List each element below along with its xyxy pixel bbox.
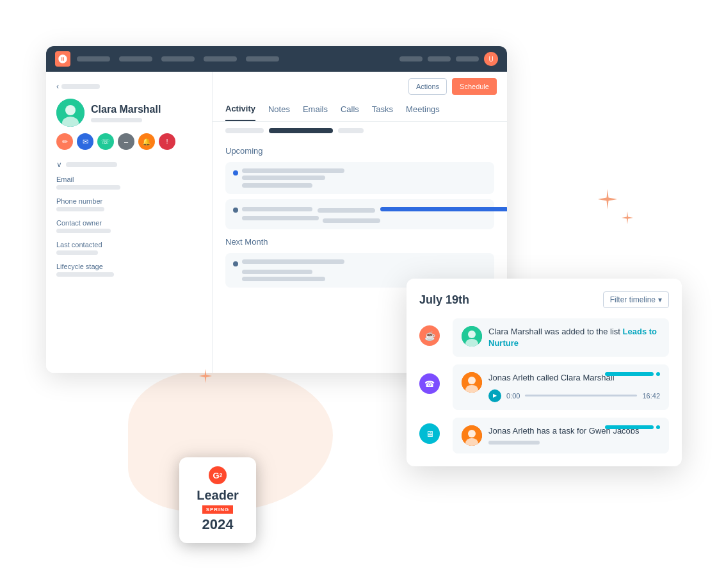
tl-line-1a [242, 168, 344, 173]
filter-pill-1[interactable] [225, 128, 264, 133]
tl-line-2e [323, 218, 380, 223]
notify-icon[interactable]: 🔔 [138, 133, 155, 150]
user-avatar-top[interactable]: U [484, 52, 498, 66]
audio-current-time: 0:00 [506, 392, 520, 400]
filter-pill-3[interactable] [338, 128, 364, 133]
event-list-addition: Clara Marshall was added to the list Lea… [453, 318, 669, 357]
edit-icon[interactable]: ✏ [56, 133, 73, 150]
tl-line-3a [242, 259, 344, 264]
sparkle-large-icon [597, 189, 618, 209]
badge-year-text: 2024 [189, 516, 246, 533]
timeline-date: July 19th [419, 293, 469, 307]
audio-progress-bar[interactable] [525, 395, 637, 396]
breadcrumb-pill [61, 84, 100, 89]
event-row-1: Clara Marshall was added to the list Lea… [462, 326, 660, 349]
crm-sidebar: ‹ C [46, 72, 213, 373]
field-last-contacted-label: Last contacted [56, 241, 202, 249]
more-icon[interactable]: ! [159, 133, 175, 150]
schedule-btn[interactable]: Schedule [452, 78, 497, 95]
call-status-bar-container [605, 372, 660, 376]
tab-calls[interactable]: Calls [341, 104, 359, 120]
filter-pill-2[interactable] [269, 128, 333, 133]
nav-item-companies[interactable] [119, 56, 152, 61]
tab-tasks[interactable]: Tasks [372, 104, 393, 120]
task-status-dot [656, 425, 660, 429]
page-wrapper: U ‹ [0, 0, 717, 588]
nav-item-reports[interactable] [246, 56, 279, 61]
field-lifecycle: Lifecycle stage [56, 263, 202, 277]
contact-avatar [56, 99, 85, 127]
filter-timeline-button[interactable]: Filter timeline ▾ [603, 291, 669, 308]
tab-meetings[interactable]: Meetings [406, 104, 440, 120]
svg-point-1 [65, 105, 76, 115]
tab-activity[interactable]: Activity [225, 104, 255, 121]
event-text-pre-1: Clara Marshall was added to the list [488, 327, 623, 336]
tl-line-3b [242, 270, 312, 274]
event-text-1: Clara Marshall was added to the list Lea… [488, 326, 660, 349]
field-phone: Phone number [56, 197, 202, 211]
contact-info: Clara Marshall [91, 104, 161, 122]
activity-tabs: Activity Notes Emails Calls Tasks Meetin… [213, 95, 507, 122]
crm-topbar: U [46, 46, 507, 72]
svg-point-10 [468, 430, 476, 437]
nav-item-contacts[interactable] [77, 56, 110, 61]
field-phone-label: Phone number [56, 197, 202, 205]
field-lifecycle-value [56, 272, 114, 277]
next-month-label: Next Month [225, 237, 494, 247]
back-button[interactable]: ‹ [56, 82, 202, 91]
tl-line-2c [380, 207, 507, 211]
connector-dot-task: 🖥 [419, 423, 440, 444]
svg-point-7 [468, 377, 476, 384]
hubspot-logo [55, 51, 70, 67]
event-task: Jonas Arleth has a task for Gwen Jacobs [453, 418, 669, 453]
tl-line-3c [242, 277, 325, 281]
event-avatar-jonas-1 [462, 372, 482, 393]
actions-btn[interactable]: Actions [408, 78, 447, 95]
call-status-dot [656, 372, 660, 376]
activity-timeline: Upcoming [213, 140, 507, 299]
task-status-bar [605, 425, 654, 429]
g2-logo: G2 [209, 466, 227, 484]
crm-topbar-right: U [399, 52, 498, 66]
sparkle-small-icon [621, 211, 634, 224]
chat-icon[interactable]: – [118, 133, 134, 150]
tl-line-2b [318, 208, 375, 213]
timeline-dot-3 [233, 261, 238, 266]
timeline-dot-2 [233, 208, 238, 213]
timeline-dot-1 [233, 170, 238, 176]
timeline-item-2 [225, 199, 494, 229]
tl-line-2d [242, 216, 319, 220]
audio-total-time: 16:42 [642, 392, 660, 400]
tl-line-2a [242, 207, 312, 211]
badge-leader-text: Leader [189, 488, 246, 502]
connector-dot-list: ☕ [419, 325, 440, 346]
field-owner-value [56, 229, 111, 233]
field-email-value [56, 185, 120, 190]
crm-nav-items [77, 56, 393, 61]
phone-icon[interactable]: ☏ [97, 133, 114, 150]
play-button[interactable]: ▶ [488, 389, 501, 402]
svg-point-4 [468, 331, 476, 338]
event-avatar-clara [462, 326, 482, 347]
connector-dot-call: ☎ [419, 373, 440, 394]
field-owner-label: Contact owner [56, 219, 202, 227]
contact-action-icons: ✏ ✉ ☏ – 🔔 ! [56, 133, 202, 150]
timeline-card-header: July 19th Filter timeline ▾ [419, 291, 669, 308]
tab-notes[interactable]: Notes [268, 104, 290, 120]
event-avatar-jonas-2 [462, 425, 482, 446]
avatar-image [56, 99, 85, 127]
nav-item-tickets[interactable] [204, 56, 237, 61]
field-owner: Contact owner [56, 219, 202, 233]
nav-item-deals[interactable] [161, 56, 195, 61]
topbar-pill-2 [428, 56, 451, 61]
contact-subline [91, 118, 142, 122]
tl-line-1c [242, 183, 312, 188]
tab-emails[interactable]: Emails [303, 104, 328, 120]
field-email-label: Email [56, 176, 202, 183]
field-last-contacted-value [56, 250, 98, 255]
field-last-contacted: Last contacted [56, 241, 202, 255]
badge-spring-text: SPRING [202, 505, 234, 514]
chevron-down-icon: ∨ [56, 160, 62, 169]
connector-dots-column: ☕ ☎ 🖥 [419, 318, 440, 453]
email-icon[interactable]: ✉ [77, 133, 93, 150]
